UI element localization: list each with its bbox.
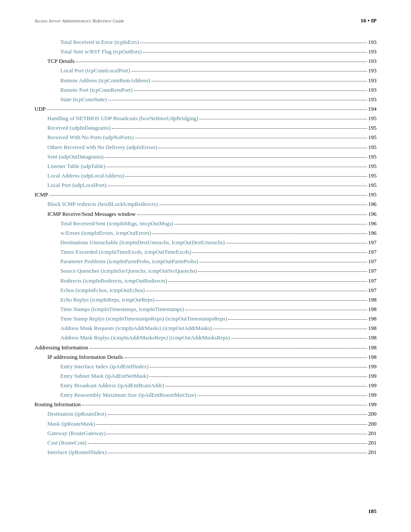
toc-label[interactable]: Total Received/Sent (icmpInMsgs, imcpOut… <box>60 219 173 228</box>
toc-entry: Source Quenches (icmpInSrcQuenchs, icmpO… <box>34 267 377 275</box>
page-number: 185 <box>368 508 377 515</box>
toc-page-number: 193 <box>368 38 377 47</box>
toc-dots <box>231 338 367 339</box>
toc-label[interactable]: Gateway (RouteGateway) <box>47 429 106 438</box>
toc-page-number: 195 <box>368 190 377 199</box>
toc-dots <box>97 424 367 425</box>
toc-dots <box>146 291 367 291</box>
toc-entry: Local Port (udpLocalPort)195 <box>34 181 377 190</box>
toc-entry: Address Mask Replys (icmpInAddrMasksReps… <box>34 333 377 342</box>
toc-page-number: 200 <box>368 420 377 428</box>
toc-label[interactable]: Sent (udpOutDatagrams) <box>47 152 103 161</box>
toc-label[interactable]: Source Quenches (icmpInSrcQuenchs, icmpO… <box>60 267 197 275</box>
toc-label[interactable]: State (tcpConnState) <box>60 95 107 104</box>
toc-label[interactable]: Destination (ipRouteDest) <box>47 410 106 418</box>
toc-dots <box>50 195 367 196</box>
toc-entry: Echos (icmpInEchos, icmpOutEchos)197 <box>34 286 377 295</box>
toc-entry: Mask (ipRouteMask)200 <box>34 420 377 428</box>
toc-entry: Handling of NETBIOS UDP Broadcasts (boxN… <box>34 114 377 123</box>
toc-label[interactable]: Entry Reassembly Maximum Size (ipAdEntRe… <box>60 391 196 399</box>
toc-entry: Local Port (tcpConnLocalPort)193 <box>34 66 377 75</box>
toc-dots <box>134 90 367 91</box>
toc-label[interactable]: Destinations Unreachable (IcmpInDestUnre… <box>60 238 225 247</box>
toc-label[interactable]: Block ICMP redirects (boxBLockIcmpRedire… <box>47 200 158 208</box>
toc-page-number: 198 <box>368 314 377 323</box>
toc-dots <box>140 43 367 43</box>
toc-label[interactable]: Local Port (tcpConnLocalPort) <box>60 66 130 75</box>
toc-entry: Address Mask Requests (icmpInAddrMasks) … <box>34 324 377 333</box>
toc-dots <box>82 405 367 405</box>
toc-label[interactable]: Parameter Problems (icmpInParmProbs, icm… <box>60 257 198 266</box>
toc-entry: Total Sent w/RST Flag (tcpOutRsts)193 <box>34 47 377 56</box>
toc-dots <box>107 434 367 434</box>
toc-dots <box>88 443 367 444</box>
toc-label[interactable]: Entry Subnet Mask (ipAdEntNetMask) <box>60 372 148 380</box>
toc-label[interactable]: Others Received with No Delivery (udpInE… <box>47 143 157 152</box>
toc-entry: ICMP195 <box>34 190 377 199</box>
toc-dots <box>153 233 367 234</box>
page-header: Access Server Administrators' Reference … <box>34 17 377 26</box>
toc-page-number: 195 <box>368 181 377 190</box>
toc-page-number: 197 <box>368 248 377 256</box>
toc-label[interactable]: Local Port (udpLocalPort) <box>47 181 106 190</box>
toc-page-number: 193 <box>368 66 377 75</box>
toc-label[interactable]: Address Mask Replys (icmpInAddrMasksReps… <box>60 333 230 342</box>
toc-label: Addressing Information <box>34 343 88 352</box>
toc-entry: Destinations Unreachable (IcmpInDestUnre… <box>34 238 377 247</box>
toc-entry: Remote Address (tcpConnRemAddress)193 <box>34 76 377 85</box>
toc-entry: Addressing Information198 <box>34 343 377 352</box>
toc-label[interactable]: Total Sent w/RST Flag (tcpOutRsts) <box>60 47 142 56</box>
toc-label[interactable]: Address Mask Requests (icmpInAddrMasks) … <box>60 324 212 333</box>
toc-label[interactable]: Entry Interface Index (ipAdEntIfIndex) <box>60 362 149 371</box>
toc-dots <box>76 62 367 62</box>
toc-label[interactable]: Received (udpInDatagrams) <box>47 124 111 132</box>
toc-label[interactable]: Time Stamps (icmpInTimestamps, icmpInTim… <box>60 305 184 314</box>
toc-label: IP addressing Information Details <box>47 353 123 361</box>
toc-label[interactable]: Echos (icmpInEchos, icmpOutEchos) <box>60 286 145 295</box>
toc-page-number: 193 <box>368 57 377 65</box>
toc-label[interactable]: Received With No Ports (udpNoPorts) <box>47 133 134 142</box>
toc-entry: Destination (ipRouteDest)200 <box>34 410 377 418</box>
toc-dots <box>213 329 367 329</box>
toc-page-number: 196 <box>368 210 377 218</box>
toc-label[interactable]: Total Received in Error (tcpInErrs) <box>60 38 139 47</box>
toc-label[interactable]: Cost (RouteCost) <box>47 439 87 447</box>
toc-dots <box>135 138 367 138</box>
toc-label[interactable]: Mask (ipRouteMask) <box>47 420 95 428</box>
toc-page-number: 199 <box>368 391 377 399</box>
toc-label[interactable]: Entry Broadcast Address (ipAdEntBcastAdd… <box>60 381 164 390</box>
toc-entry: Received With No Ports (udpNoPorts)195 <box>34 133 377 142</box>
toc-entry: Interface (ipRouteIfIndex)201 <box>34 448 377 457</box>
toc-entry: Others Received with No Delivery (udpInE… <box>34 143 377 152</box>
toc-label[interactable]: Handling of NETBIOS UDP Broadcasts (boxN… <box>47 114 198 123</box>
toc-page-number: 197 <box>368 238 377 247</box>
toc-entry: TCP Details193 <box>34 57 377 65</box>
toc-entry: Time Stamp Replys (icmpInTimestampsReps)… <box>34 314 377 323</box>
toc-entry: Echo Replys (icmpInReps, icmpOutReps)198 <box>34 296 377 304</box>
toc-page-number: 198 <box>368 296 377 304</box>
toc-label[interactable]: w/Errors (icmpInErrors, icmpOutErrors) <box>60 229 151 237</box>
toc-label: ICMP Receive/Send Messages window <box>47 210 136 218</box>
toc-entry: Entry Subnet Mask (ipAdEntNetMask)199 <box>34 372 377 380</box>
toc-entry: w/Errors (icmpInErrors, icmpOutErrors)19… <box>34 229 377 237</box>
toc-label[interactable]: Times Exceeded (icmpInTimeExcds, icmpOut… <box>60 248 191 256</box>
toc-dots <box>108 453 367 453</box>
toc-page-number: 199 <box>368 381 377 390</box>
toc-page-number: 198 <box>368 305 377 314</box>
toc-entry: ICMP Receive/Send Messages window196 <box>34 210 377 218</box>
toc-label[interactable]: Local Address (udpLocalAddress) <box>47 171 124 180</box>
toc-label[interactable]: Remote Port (tcpConnRemPort) <box>60 86 133 94</box>
toc-label: ICMP <box>34 190 48 199</box>
toc-page-number: 195 <box>368 133 377 142</box>
toc-label[interactable]: Interface (ipRouteIfIndex) <box>47 448 107 457</box>
toc-label[interactable]: Redirects (icmpInRedirects, icmpOutRedir… <box>60 277 167 285</box>
toc-entry: Time Stamps (icmpInTimestamps, icmpInTim… <box>34 305 377 314</box>
toc-label[interactable]: Echo Replys (icmpInReps, icmpOutReps) <box>60 296 155 304</box>
toc-page-number: 195 <box>368 124 377 132</box>
toc-dots <box>152 81 367 81</box>
toc-label[interactable]: Remote Address (tcpConnRemAddress) <box>60 76 150 85</box>
toc-page-number: 197 <box>368 257 377 266</box>
toc-label: UDP <box>34 105 46 113</box>
toc-label[interactable]: Time Stamp Replys (icmpInTimestampsReps)… <box>60 314 227 323</box>
toc-label[interactable]: Listener Table (udpTable) <box>47 162 105 171</box>
